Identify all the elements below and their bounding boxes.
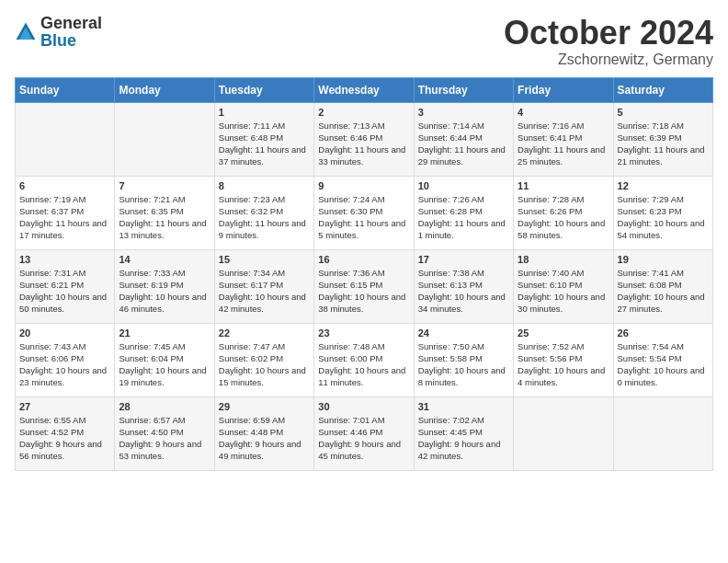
cell-content: Sunrise: 7:36 AM Sunset: 6:15 PM Dayligh…: [318, 267, 409, 316]
day-header-friday: Friday: [514, 77, 613, 102]
cell-content: Sunrise: 7:19 AM Sunset: 6:37 PM Dayligh…: [19, 193, 110, 242]
day-number: 19: [618, 254, 709, 265]
cell-content: Sunrise: 7:21 AM Sunset: 6:35 PM Dayligh…: [119, 193, 210, 242]
calendar-cell: 22Sunrise: 7:47 AM Sunset: 6:02 PM Dayli…: [214, 323, 313, 396]
day-number: 30: [318, 401, 409, 412]
calendar-cell: 30Sunrise: 7:01 AM Sunset: 4:46 PM Dayli…: [314, 396, 414, 470]
calendar-cell: 31Sunrise: 7:02 AM Sunset: 4:45 PM Dayli…: [414, 396, 513, 470]
cell-content: Sunrise: 7:01 AM Sunset: 4:46 PM Dayligh…: [318, 414, 409, 463]
day-number: 20: [19, 327, 110, 339]
cell-content: Sunrise: 6:55 AM Sunset: 4:52 PM Dayligh…: [19, 414, 110, 463]
day-number: 13: [19, 254, 110, 265]
calendar-cell: 14Sunrise: 7:33 AM Sunset: 6:19 PM Dayli…: [115, 249, 214, 323]
logo: General Blue: [15, 15, 102, 50]
calendar-cell: 10Sunrise: 7:26 AM Sunset: 6:28 PM Dayli…: [414, 176, 513, 249]
logo-blue: Blue: [40, 31, 76, 50]
calendar-cell: 27Sunrise: 6:55 AM Sunset: 4:52 PM Dayli…: [16, 396, 115, 470]
calendar-cell: 19Sunrise: 7:41 AM Sunset: 6:08 PM Dayli…: [613, 249, 712, 323]
calendar-week-row: 27Sunrise: 6:55 AM Sunset: 4:52 PM Dayli…: [16, 396, 713, 470]
calendar-cell: 29Sunrise: 6:59 AM Sunset: 4:48 PM Dayli…: [214, 396, 313, 470]
day-number: 10: [418, 180, 509, 191]
day-number: 17: [418, 254, 509, 265]
day-number: 25: [518, 327, 609, 339]
cell-content: Sunrise: 7:45 AM Sunset: 6:04 PM Dayligh…: [119, 340, 210, 389]
calendar-cell: 28Sunrise: 6:57 AM Sunset: 4:50 PM Dayli…: [115, 396, 214, 470]
calendar-cell: 2Sunrise: 7:13 AM Sunset: 6:46 PM Daylig…: [314, 102, 414, 176]
header: General Blue October 2024 Zschornewitz, …: [15, 15, 713, 68]
cell-content: Sunrise: 7:18 AM Sunset: 6:39 PM Dayligh…: [618, 120, 709, 168]
cell-content: Sunrise: 6:57 AM Sunset: 4:50 PM Dayligh…: [119, 414, 210, 463]
cell-content: Sunrise: 7:48 AM Sunset: 6:00 PM Dayligh…: [318, 340, 409, 389]
calendar-cell: 9Sunrise: 7:24 AM Sunset: 6:30 PM Daylig…: [314, 176, 414, 249]
calendar-cell: 24Sunrise: 7:50 AM Sunset: 5:58 PM Dayli…: [414, 323, 513, 396]
calendar-cell: 16Sunrise: 7:36 AM Sunset: 6:15 PM Dayli…: [314, 249, 414, 323]
day-number: 15: [219, 254, 310, 265]
cell-content: Sunrise: 7:02 AM Sunset: 4:45 PM Dayligh…: [418, 414, 509, 463]
cell-content: Sunrise: 7:33 AM Sunset: 6:19 PM Dayligh…: [119, 267, 210, 316]
day-header-thursday: Thursday: [414, 77, 513, 102]
calendar-cell: 5Sunrise: 7:18 AM Sunset: 6:39 PM Daylig…: [613, 102, 712, 176]
day-number: 3: [418, 107, 509, 118]
day-number: 9: [318, 180, 409, 191]
day-number: 26: [618, 327, 709, 339]
cell-content: Sunrise: 7:31 AM Sunset: 6:21 PM Dayligh…: [19, 267, 110, 316]
title-area: October 2024 Zschornewitz, Germany: [504, 15, 713, 68]
day-number: 14: [119, 254, 210, 265]
day-header-sunday: Sunday: [16, 77, 115, 102]
day-header-monday: Monday: [115, 77, 214, 102]
calendar-cell: 20Sunrise: 7:43 AM Sunset: 6:06 PM Dayli…: [16, 323, 115, 396]
cell-content: Sunrise: 7:54 AM Sunset: 5:54 PM Dayligh…: [618, 340, 709, 389]
location-title: Zschornewitz, Germany: [504, 52, 713, 68]
day-number: 8: [219, 180, 310, 191]
logo-icon: [15, 21, 37, 43]
calendar-week-row: 1Sunrise: 7:11 AM Sunset: 6:48 PM Daylig…: [16, 102, 713, 176]
logo-text: General Blue: [40, 15, 102, 50]
day-number: 16: [318, 254, 409, 265]
day-number: 23: [318, 327, 409, 339]
calendar-cell: 3Sunrise: 7:14 AM Sunset: 6:44 PM Daylig…: [414, 102, 513, 176]
day-number: 28: [119, 401, 210, 412]
calendar-cell: 8Sunrise: 7:23 AM Sunset: 6:32 PM Daylig…: [214, 176, 313, 249]
cell-content: Sunrise: 7:47 AM Sunset: 6:02 PM Dayligh…: [219, 340, 310, 389]
calendar-cell: [613, 396, 712, 470]
calendar-cell: 17Sunrise: 7:38 AM Sunset: 6:13 PM Dayli…: [414, 249, 513, 323]
day-number: 6: [19, 180, 110, 191]
cell-content: Sunrise: 7:29 AM Sunset: 6:23 PM Dayligh…: [618, 193, 709, 242]
cell-content: Sunrise: 7:43 AM Sunset: 6:06 PM Dayligh…: [19, 340, 110, 389]
cell-content: Sunrise: 7:40 AM Sunset: 6:10 PM Dayligh…: [518, 267, 609, 316]
cell-content: Sunrise: 7:34 AM Sunset: 6:17 PM Dayligh…: [219, 267, 310, 316]
calendar-cell: 1Sunrise: 7:11 AM Sunset: 6:48 PM Daylig…: [214, 102, 313, 176]
calendar-cell: 18Sunrise: 7:40 AM Sunset: 6:10 PM Dayli…: [514, 249, 613, 323]
day-number: 7: [119, 180, 210, 191]
cell-content: Sunrise: 7:50 AM Sunset: 5:58 PM Dayligh…: [418, 340, 509, 389]
day-number: 4: [518, 107, 609, 118]
calendar-cell: 25Sunrise: 7:52 AM Sunset: 5:56 PM Dayli…: [514, 323, 613, 396]
day-number: 5: [618, 107, 709, 118]
day-header-wednesday: Wednesday: [314, 77, 414, 102]
calendar-cell: [514, 396, 613, 470]
cell-content: Sunrise: 7:14 AM Sunset: 6:44 PM Dayligh…: [418, 120, 509, 168]
calendar-cell: [115, 102, 214, 176]
day-number: 27: [19, 401, 110, 412]
calendar-cell: 23Sunrise: 7:48 AM Sunset: 6:00 PM Dayli…: [314, 323, 414, 396]
cell-content: Sunrise: 7:28 AM Sunset: 6:26 PM Dayligh…: [518, 193, 609, 242]
cell-content: Sunrise: 7:41 AM Sunset: 6:08 PM Dayligh…: [618, 267, 709, 316]
calendar-cell: 21Sunrise: 7:45 AM Sunset: 6:04 PM Dayli…: [115, 323, 214, 396]
day-number: 2: [318, 107, 409, 118]
cell-content: Sunrise: 7:11 AM Sunset: 6:48 PM Dayligh…: [219, 120, 310, 168]
calendar-header-row: SundayMondayTuesdayWednesdayThursdayFrid…: [16, 77, 713, 102]
cell-content: Sunrise: 7:16 AM Sunset: 6:41 PM Dayligh…: [518, 120, 609, 168]
cell-content: Sunrise: 7:24 AM Sunset: 6:30 PM Dayligh…: [318, 193, 409, 242]
day-number: 11: [518, 180, 609, 191]
cell-content: Sunrise: 7:23 AM Sunset: 6:32 PM Dayligh…: [219, 193, 310, 242]
day-number: 12: [618, 180, 709, 191]
day-number: 29: [219, 401, 310, 412]
cell-content: Sunrise: 6:59 AM Sunset: 4:48 PM Dayligh…: [219, 414, 310, 463]
calendar-cell: 11Sunrise: 7:28 AM Sunset: 6:26 PM Dayli…: [514, 176, 613, 249]
calendar-table: SundayMondayTuesdayWednesdayThursdayFrid…: [15, 77, 713, 471]
cell-content: Sunrise: 7:13 AM Sunset: 6:46 PM Dayligh…: [318, 120, 409, 168]
calendar-week-row: 20Sunrise: 7:43 AM Sunset: 6:06 PM Dayli…: [16, 323, 713, 396]
calendar-cell: [16, 102, 115, 176]
calendar-cell: 13Sunrise: 7:31 AM Sunset: 6:21 PM Dayli…: [16, 249, 115, 323]
logo-general: General: [40, 14, 102, 32]
